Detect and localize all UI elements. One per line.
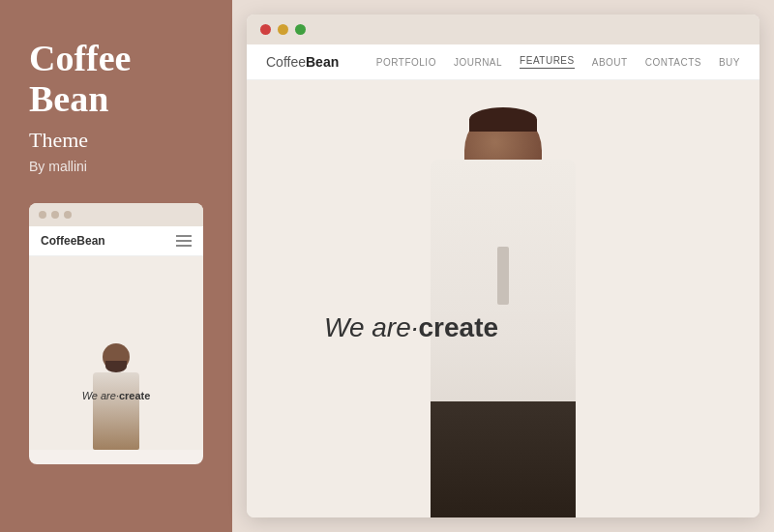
nav-buy[interactable]: BUY — [719, 57, 740, 68]
dot-green — [295, 24, 306, 35]
hamburger-icon[interactable] — [176, 235, 192, 247]
browser-titlebar — [247, 15, 759, 44]
browser-logo: CoffeeBean — [266, 54, 339, 70]
nav-journal[interactable]: JOURNAL — [454, 57, 502, 68]
person-figure-container — [406, 80, 600, 517]
small-person-body — [93, 372, 139, 450]
person-pants — [431, 401, 576, 517]
nav-about[interactable]: ABOUT — [592, 57, 628, 68]
dot-1 — [39, 211, 46, 219]
person-hair — [469, 107, 537, 132]
small-browser-mockup: CoffeeBean We are·create — [29, 203, 203, 464]
small-person-beard — [105, 361, 127, 372]
nav-portfolio[interactable]: PORTFOLIO — [376, 57, 436, 68]
dot-3 — [64, 211, 72, 219]
small-navbar: CoffeeBean — [29, 226, 203, 256]
person-collar — [497, 247, 509, 305]
nav-contacts[interactable]: CONTACTS — [645, 57, 701, 68]
nav-links: PORTFOLIO JOURNAL FEATURES ABOUT CONTACT… — [376, 55, 740, 69]
sidebar: Coffee Bean Theme By mallini CoffeeBean — [0, 0, 232, 532]
small-logo: CoffeeBean — [41, 234, 105, 248]
dot-red — [260, 24, 271, 35]
main-tagline: We are·create — [324, 312, 498, 343]
main-area: CoffeeBean PORTFOLIO JOURNAL FEATURES AB… — [232, 0, 774, 532]
browser-navbar: CoffeeBean PORTFOLIO JOURNAL FEATURES AB… — [247, 44, 759, 80]
theme-title: Coffee Bean — [29, 39, 203, 120]
browser-window: CoffeeBean PORTFOLIO JOURNAL FEATURES AB… — [247, 15, 759, 517]
theme-subtitle: Theme — [29, 128, 203, 153]
theme-author: By mallini — [29, 159, 203, 174]
browser-main-content: We are·create — [247, 80, 759, 517]
small-titlebar — [29, 203, 203, 226]
nav-features[interactable]: FEATURES — [520, 55, 575, 69]
dot-2 — [51, 211, 59, 219]
small-content-area: We are·create — [29, 256, 203, 450]
small-tagline: We are·create — [82, 390, 151, 401]
dot-yellow — [278, 24, 288, 35]
